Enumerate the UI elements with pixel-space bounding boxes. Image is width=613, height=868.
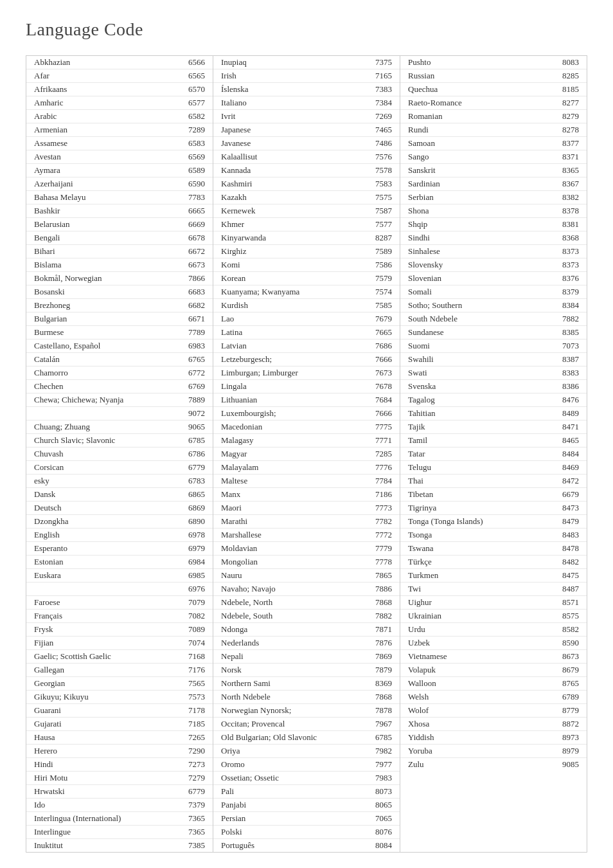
table-row: Komi7586 bbox=[213, 258, 400, 272]
language-code: 6976 bbox=[182, 584, 205, 594]
language-name: Afrikaans bbox=[34, 84, 182, 95]
table-row: Tahitian8489 bbox=[400, 407, 587, 420]
table-row: Bokmål, Norwegian7866 bbox=[26, 272, 213, 285]
language-code: 8673 bbox=[556, 651, 579, 662]
language-name: Marshallese bbox=[221, 530, 369, 540]
language-code: 8482 bbox=[556, 557, 579, 567]
language-code: 6786 bbox=[182, 449, 205, 459]
table-row: Lao7679 bbox=[213, 312, 400, 326]
language-name: Xhosa bbox=[408, 719, 556, 729]
language-code: 6566 bbox=[182, 57, 205, 68]
language-code: 6978 bbox=[182, 530, 205, 540]
table-row: Letzeburgesch;7666 bbox=[213, 353, 400, 366]
language-code: 6783 bbox=[182, 476, 205, 486]
language-code: 8484 bbox=[556, 449, 579, 459]
language-code: 8472 bbox=[556, 476, 579, 486]
language-name: Nauru bbox=[221, 570, 369, 581]
language-name: Limburgan; Limburger bbox=[221, 368, 369, 378]
language-code: 7886 bbox=[369, 584, 392, 594]
language-code: 8469 bbox=[556, 462, 579, 473]
language-code: 8387 bbox=[556, 354, 579, 365]
language-name: Welsh bbox=[408, 692, 556, 702]
language-name: Azerhaijani bbox=[34, 179, 182, 189]
language-code: 7065 bbox=[369, 813, 392, 824]
language-name: North Ndebele bbox=[221, 692, 369, 702]
table-row: Shqip8381 bbox=[400, 218, 587, 231]
language-code: 6665 bbox=[182, 206, 205, 216]
language-name: Kannada bbox=[221, 165, 369, 176]
table-row: South Ndebele7882 bbox=[400, 312, 587, 326]
language-code: 7876 bbox=[369, 638, 392, 648]
table-row: Belarusian6669 bbox=[26, 218, 213, 231]
table-row: Malayalam7776 bbox=[213, 461, 400, 475]
language-code: 8382 bbox=[556, 192, 579, 203]
language-name: Sanskrit bbox=[408, 165, 556, 176]
table-row: Afrikaans6570 bbox=[26, 83, 213, 96]
language-name: Tsonga bbox=[408, 530, 556, 540]
table-row: Ndebele, North7868 bbox=[213, 596, 400, 610]
table-row: Gikuyu; Kikuyu7573 bbox=[26, 691, 213, 704]
language-code: 7775 bbox=[369, 422, 392, 432]
table-row: Gujarati7185 bbox=[26, 718, 213, 731]
language-name: Italiano bbox=[221, 98, 369, 108]
language-code: 8379 bbox=[556, 287, 579, 297]
table-row: Chewa; Chichewa; Nyanja7889 bbox=[26, 393, 213, 407]
language-code: 8277 bbox=[556, 98, 579, 108]
language-code: 7778 bbox=[369, 557, 392, 567]
table-row: Hindi7273 bbox=[26, 758, 213, 772]
language-name: Letzeburgesch; bbox=[221, 354, 369, 365]
column-2: Inupiaq7375Irish7165Íslenska7383Italiano… bbox=[213, 56, 400, 852]
table-row: Esperanto6979 bbox=[26, 542, 213, 556]
language-name: Shona bbox=[408, 206, 556, 216]
table-row: Interlingua (International)7365 bbox=[26, 812, 213, 826]
language-code: 8383 bbox=[556, 368, 579, 378]
table-row: Raeto-Romance8277 bbox=[400, 96, 587, 110]
language-code: 8571 bbox=[556, 597, 579, 608]
language-name: Lingala bbox=[221, 381, 369, 392]
table-row: esky6783 bbox=[26, 475, 213, 488]
language-code: 7784 bbox=[369, 476, 392, 486]
table-row: Marshallese7772 bbox=[213, 529, 400, 542]
language-name: Amharic bbox=[34, 98, 182, 108]
language-code: 7686 bbox=[369, 341, 392, 351]
language-name: Russian bbox=[408, 71, 556, 81]
language-code: 7583 bbox=[369, 179, 392, 189]
table-row: Zulu9085 bbox=[400, 758, 587, 771]
table-row: Maltese7784 bbox=[213, 475, 400, 488]
language-code: 8478 bbox=[556, 543, 579, 554]
table-row: Abkhazian6566 bbox=[26, 56, 213, 69]
language-code: 7585 bbox=[369, 300, 392, 311]
language-name: Samoan bbox=[408, 138, 556, 149]
language-name: Uzbek bbox=[408, 638, 556, 648]
language-code: 7666 bbox=[369, 408, 392, 419]
table-row: Yiddish8973 bbox=[400, 731, 587, 745]
table-row: Bengali6678 bbox=[26, 231, 213, 245]
table-row: Old Bulgarian; Old Slavonic6785 bbox=[213, 731, 400, 745]
table-row: Catalán6765 bbox=[26, 353, 213, 366]
language-table: Abkhazian6566Afar6565Afrikaans6570Amhari… bbox=[26, 55, 587, 853]
table-row: Fijian7074 bbox=[26, 637, 213, 650]
language-code: 8779 bbox=[556, 705, 579, 716]
language-code: 7089 bbox=[182, 624, 205, 635]
language-name: Church Slavic; Slavonic bbox=[34, 435, 182, 446]
table-row: Samoan8377 bbox=[400, 137, 587, 150]
language-code: 7779 bbox=[369, 543, 392, 554]
table-row: Yoruba8979 bbox=[400, 745, 587, 758]
language-name: Slovenian bbox=[408, 273, 556, 284]
language-name: Tamil bbox=[408, 435, 556, 446]
language-code: 8378 bbox=[556, 206, 579, 216]
table-row: Quechua8185 bbox=[400, 83, 587, 96]
language-code: 7573 bbox=[182, 692, 205, 702]
language-name: Ndonga bbox=[221, 624, 369, 635]
language-name: Bengali bbox=[34, 233, 182, 243]
language-name: Frysk bbox=[34, 624, 182, 635]
language-name: Gujarati bbox=[34, 719, 182, 729]
language-name: Kinyarwanda bbox=[221, 233, 369, 243]
language-code: 7967 bbox=[369, 719, 392, 729]
language-code: 7079 bbox=[182, 597, 205, 608]
language-name: Armenian bbox=[34, 125, 182, 135]
table-row: Persian7065 bbox=[213, 812, 400, 826]
language-code: 7290 bbox=[182, 746, 205, 756]
language-name: English bbox=[34, 530, 182, 540]
language-code: 7869 bbox=[369, 651, 392, 662]
